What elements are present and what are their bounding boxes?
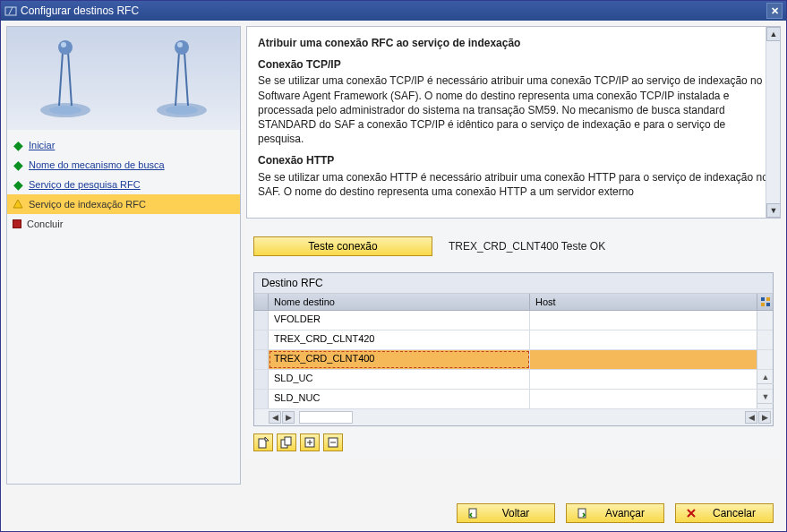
sidebar-item-3[interactable]: Serviço de indexação RFC [7,194,240,214]
hscroll-right-1[interactable]: ◀ [745,411,757,424]
svg-point-7 [175,40,189,55]
table-row[interactable]: SLD_UC▲ [254,370,773,390]
cell-host[interactable] [530,370,757,389]
right-panel: Atribuir uma conexão RFC ao serviço de i… [246,26,781,485]
svg-rect-11 [761,303,765,306]
table-row[interactable]: TREX_CRD_CLNT420 [254,330,773,350]
rfc-table: Destino RFC Nome destino Host VFOLDERTRE… [253,272,774,426]
window-icon [4,4,17,17]
sidebar-item-2[interactable]: ◆Serviço de pesquisa RFC [7,175,240,194]
svg-rect-12 [766,303,770,306]
sidebar-item-4[interactable]: Concluir [7,214,240,234]
insert-row-button[interactable] [300,433,320,451]
svg-rect-22 [578,509,586,518]
table-horizontal-scroll: ◀ ▶ ◀ ▶ [254,409,773,425]
info-subheading-http: Conexão HTTP [258,153,769,167]
table-body: VFOLDERTREX_CRD_CLNT420TREX_CRD_CLNT400S… [254,311,773,409]
table-row[interactable]: SLD_NUC▼ [254,390,773,409]
scroll-up-button[interactable]: ▲ [766,27,781,41]
sidebar-item-label: Nome do mecanismo de busca [29,159,165,170]
window-title: Configurar destinos RFC [21,4,766,17]
svg-rect-15 [285,437,291,445]
svg-point-2 [49,106,81,115]
green-status-icon: ◆ [13,179,23,190]
cancel-button[interactable]: Cancelar [675,503,774,523]
table-icon-toolbar [253,433,774,451]
cell-host[interactable] [530,350,757,369]
info-text-http: Se se utilizar uma conexão HTTP é necess… [258,170,769,199]
row-scroll-gutter [757,330,773,349]
sidebar-item-label: Serviço de pesquisa RFC [29,179,141,190]
yellow-status-icon [13,199,23,210]
table-header: Nome destino Host [254,294,773,311]
row-selector[interactable] [254,330,269,349]
table-settings-button[interactable] [757,294,773,310]
column-header-host[interactable]: Host [530,294,757,310]
svg-point-3 [58,40,73,55]
green-status-icon: ◆ [13,140,23,150]
connection-status-text: TREX_CRD_CLNT400 Teste OK [449,240,605,253]
info-subheading-tcpip: Conexão TCP/IP [258,57,769,72]
info-text-box: Atribuir uma conexão RFC ao serviço de i… [246,26,781,219]
row-scroll-gutter: ▲ [757,370,773,389]
hscroll-right-2[interactable]: ▶ [758,411,771,424]
decoration-image [7,27,240,130]
scroll-down-button[interactable]: ▼ [766,203,781,218]
row-selector[interactable] [254,311,269,330]
info-scrollbar[interactable]: ▲ ▼ [766,27,780,218]
row-scroll-gutter [757,311,773,330]
vscroll-down-button[interactable]: ▼ [757,390,774,404]
svg-point-4 [61,42,66,47]
column-header-name[interactable]: Nome destino [269,294,530,310]
cell-host[interactable] [530,390,757,408]
row-selector[interactable] [254,350,269,369]
row-scroll-gutter [757,350,773,369]
rfc-configure-window: Configurar destinos RFC ✕ [0,0,787,532]
back-label: Voltar [486,507,545,519]
copy-entry-button[interactable] [277,433,296,451]
controls-area: Teste conexão TREX_CRD_CLNT400 Teste OK … [246,219,781,459]
row-selector[interactable] [254,370,269,389]
nav-list: ◆Iniciar◆Nome do mecanismo de busca◆Serv… [7,130,240,239]
back-button[interactable]: Voltar [457,503,555,523]
close-button[interactable]: ✕ [766,3,783,19]
hscroll-left-1[interactable]: ◀ [269,411,281,424]
cell-host[interactable] [530,330,757,349]
svg-rect-9 [761,297,765,301]
main-container: ◆Iniciar◆Nome do mecanismo de busca◆Serv… [1,21,786,490]
row-scroll-gutter: ▼ [757,390,773,408]
green-status-icon: ◆ [13,159,23,170]
vscroll-up-button[interactable]: ▲ [757,370,774,384]
hscroll-left-2[interactable]: ▶ [282,411,295,424]
sidebar-item-label: Concluir [27,219,63,229]
sidebar-item-label: Iniciar [29,140,55,150]
back-icon [466,507,479,519]
next-button[interactable]: Avançar [566,503,664,523]
test-connection-row: Teste conexão TREX_CRD_CLNT400 Teste OK [253,236,774,256]
cell-destination-name[interactable]: TREX_CRD_CLNT400 [269,350,530,369]
sidebar-item-0[interactable]: ◆Iniciar [7,135,240,155]
cell-destination-name[interactable]: SLD_NUC [269,390,530,408]
test-connection-button[interactable]: Teste conexão [253,236,432,256]
svg-point-6 [166,106,198,115]
svg-rect-21 [469,509,476,518]
svg-rect-10 [766,297,770,301]
sidebar: ◆Iniciar◆Nome do mecanismo de busca◆Serv… [6,26,241,485]
titlebar: Configurar destinos RFC ✕ [1,1,786,21]
sidebar-item-1[interactable]: ◆Nome do mecanismo de busca [7,155,240,175]
row-selector[interactable] [254,390,269,408]
table-row[interactable]: TREX_CRD_CLNT400 [254,350,773,370]
table-row[interactable]: VFOLDER [254,311,773,330]
cell-destination-name[interactable]: TREX_CRD_CLNT420 [269,330,530,349]
svg-point-8 [177,42,183,47]
cell-host[interactable] [530,311,757,330]
delete-row-button[interactable] [323,433,343,451]
table-title: Destino RFC [254,273,773,294]
info-text-tcpip: Se se utilizar uma conexão TCP/IP é nece… [258,73,769,146]
new-entry-button[interactable] [253,433,273,451]
cell-destination-name[interactable]: SLD_UC [269,370,530,389]
hscroll-track-left[interactable] [299,411,353,424]
cell-destination-name[interactable]: VFOLDER [269,311,530,330]
row-selector-header[interactable] [254,294,269,310]
bottom-button-bar: Voltar Avançar Cancelar [1,495,786,531]
